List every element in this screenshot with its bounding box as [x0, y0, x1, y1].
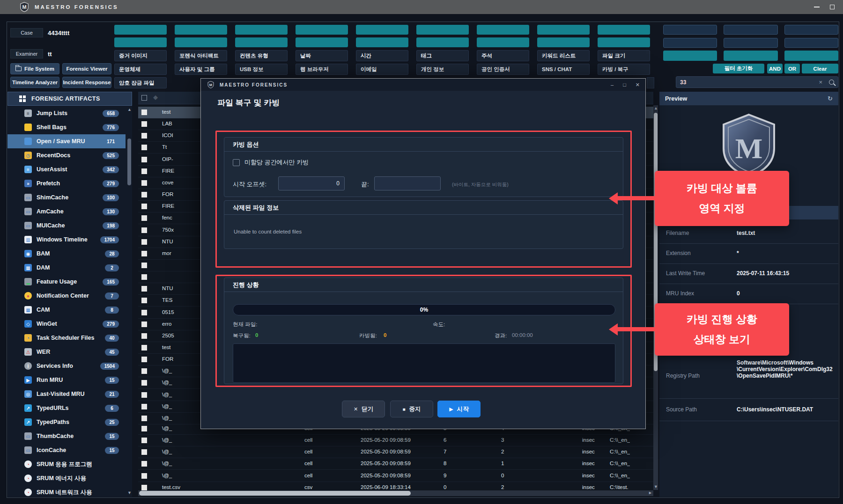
select-all-checkbox[interactable]	[141, 95, 147, 101]
scroll-down-icon[interactable]: ▼	[654, 485, 658, 489]
filter-dropdown[interactable]: 증거 이미지	[114, 50, 167, 61]
toolbar-action-button[interactable]	[296, 37, 348, 47]
row-checkbox[interactable]	[141, 449, 147, 455]
row-checkbox[interactable]	[141, 404, 147, 409]
sidebar-item[interactable]: ▦ CAM 8	[7, 303, 126, 317]
sidebar-item[interactable]: ≡ UserAssist 342	[7, 162, 126, 176]
minimize-icon[interactable]	[814, 7, 820, 7]
start-button[interactable]: ▶시작	[437, 401, 481, 417]
maximize-icon[interactable]	[830, 5, 835, 9]
filter-dropdown[interactable]: 컨텐츠 유형	[235, 50, 288, 61]
manage-button[interactable]	[663, 51, 717, 61]
sidebar-item[interactable]: ◇ WinGet 279	[7, 317, 126, 331]
row-checkbox[interactable]	[141, 263, 147, 268]
toolbar-action-button[interactable]	[296, 25, 348, 35]
sidebar-item[interactable]: ◔ SRUM 응용 프로그램	[7, 457, 126, 471]
manage-button[interactable]	[724, 51, 777, 61]
table-row[interactable]: \@_ cell 2025-05-20 09:08:59 7 2 insec C…	[138, 446, 653, 458]
sidebar-item[interactable]: Open / Save MRU 171	[7, 134, 126, 148]
row-checkbox[interactable]	[141, 416, 147, 421]
file-system-button[interactable]: File System	[10, 63, 59, 74]
reset-button[interactable]	[784, 38, 838, 48]
table-row[interactable]: \@_ cell 2025-05-20 09:08:59 9 0 insec C…	[138, 470, 653, 482]
scrollbar-thumb[interactable]	[127, 139, 131, 185]
refresh-icon[interactable]: ↻	[828, 95, 833, 102]
row-checkbox[interactable]	[141, 286, 147, 292]
filter-dropdown[interactable]: 시간	[356, 50, 408, 61]
sidebar-item[interactable]: Shell Bags 776	[7, 120, 126, 134]
row-checkbox[interactable]	[141, 333, 147, 339]
sidebar-item[interactable]: ▂ Feature Usage 165	[7, 275, 126, 289]
reset-button[interactable]	[724, 38, 777, 48]
row-checkbox[interactable]	[141, 321, 147, 327]
filter-dropdown[interactable]: 키워드 리스트	[537, 50, 590, 61]
sidebar-item[interactable]: ▶ Run MRU 15	[7, 373, 126, 387]
filter-dropdown[interactable]: 주석	[477, 50, 529, 61]
dialog-close-icon[interactable]: ✕	[636, 82, 640, 88]
end-offset-input[interactable]	[374, 176, 441, 190]
scroll-up-icon[interactable]: ▲	[654, 106, 658, 110]
sidebar-item[interactable]: » Prefetch 279	[7, 176, 126, 190]
row-checkbox[interactable]	[141, 485, 147, 490]
guide-button[interactable]	[724, 25, 777, 35]
filter-dropdown[interactable]: 포렌식 아티팩트	[175, 50, 227, 61]
toolbar-action-button[interactable]	[537, 37, 590, 47]
filter-dropdown[interactable]: 운영체제	[114, 64, 167, 75]
reset-button[interactable]	[663, 38, 717, 48]
row-checkbox[interactable]	[141, 157, 147, 162]
sidebar-item[interactable]: ▦ DAM 2	[7, 261, 126, 275]
unallocated-only-checkbox[interactable]	[233, 159, 240, 166]
row-checkbox[interactable]	[141, 461, 147, 467]
filter-dropdown[interactable]: 날짜	[296, 50, 348, 61]
toolbar-action-button[interactable]	[175, 25, 227, 35]
toolbar-action-button[interactable]	[477, 25, 529, 35]
sidebar-scrollbar[interactable]: ▲ ▼	[127, 108, 131, 495]
row-checkbox[interactable]	[141, 215, 147, 221]
toolbar-action-button[interactable]	[356, 25, 408, 35]
sidebar-item[interactable]: ● Notification Center 7	[7, 289, 126, 303]
forensic-viewer-button[interactable]: Forensic Viewer	[62, 63, 111, 74]
row-checkbox[interactable]	[141, 473, 147, 479]
row-checkbox[interactable]	[141, 438, 147, 443]
search-input[interactable]: 33 ×	[676, 76, 838, 88]
toolbar-action-button[interactable]	[114, 25, 167, 35]
filter-dropdown[interactable]: 사용자 및 그룹	[175, 64, 227, 75]
manage-button[interactable]	[784, 51, 838, 61]
toolbar-action-button[interactable]	[598, 25, 650, 35]
row-checkbox[interactable]	[141, 426, 147, 431]
dialog-minimize-icon[interactable]: –	[611, 82, 614, 88]
table-horizontal-scrollbar[interactable]: ►	[138, 490, 653, 496]
row-checkbox[interactable]	[141, 380, 147, 386]
sidebar-item[interactable]: ◔ SRUM 네트워크 사용	[7, 485, 126, 497]
table-row[interactable]: \@_ cell 2025-05-20 09:08:59 6 3 insec C…	[138, 435, 653, 446]
row-checkbox[interactable]	[141, 110, 147, 115]
filter-dropdown[interactable]: 개인 정보	[416, 64, 469, 75]
row-checkbox[interactable]	[141, 192, 147, 197]
sidebar-item[interactable]: ▭ MUICache 198	[7, 219, 126, 233]
sidebar-item[interactable]: ▭ AmCache 130	[7, 205, 126, 219]
table-row[interactable]: \@_ cell 2025-05-20 09:08:59 8 1 insec C…	[138, 458, 653, 470]
scrollbar-thumb[interactable]	[139, 491, 411, 496]
toolbar-action-button[interactable]	[477, 37, 529, 47]
row-checkbox[interactable]	[141, 274, 147, 280]
sidebar-item[interactable]: ≡ Jump Lists 658	[7, 106, 126, 120]
dialog-maximize-icon[interactable]: □	[623, 82, 626, 88]
row-checkbox[interactable]	[141, 204, 147, 209]
sidebar-item[interactable]: ↗ TypedPaths 25	[7, 415, 126, 429]
sidebar-item[interactable]: i Services Info 1504	[7, 359, 126, 373]
search-icon[interactable]	[829, 80, 834, 85]
scroll-up-icon[interactable]: ▲	[127, 108, 132, 112]
row-checkbox[interactable]	[141, 168, 147, 174]
row-checkbox[interactable]	[141, 392, 147, 398]
toolbar-action-button[interactable]	[235, 25, 288, 35]
filter-dropdown-fragment[interactable]	[647, 77, 654, 88]
table-vertical-scrollbar[interactable]: ▲ ▼	[653, 105, 658, 490]
filter-dropdown-extra[interactable]: 암호 잠금 파일	[114, 77, 167, 88]
toolbar-action-button[interactable]	[356, 37, 408, 47]
row-checkbox[interactable]	[141, 368, 147, 374]
row-checkbox[interactable]	[141, 180, 147, 186]
sidebar-item[interactable]: ◔ SRUM 에너지 사용	[7, 471, 126, 485]
close-button[interactable]: ✕닫기	[342, 401, 385, 417]
filter-dropdown[interactable]: 이메일	[356, 64, 408, 75]
row-checkbox[interactable]	[141, 227, 147, 233]
